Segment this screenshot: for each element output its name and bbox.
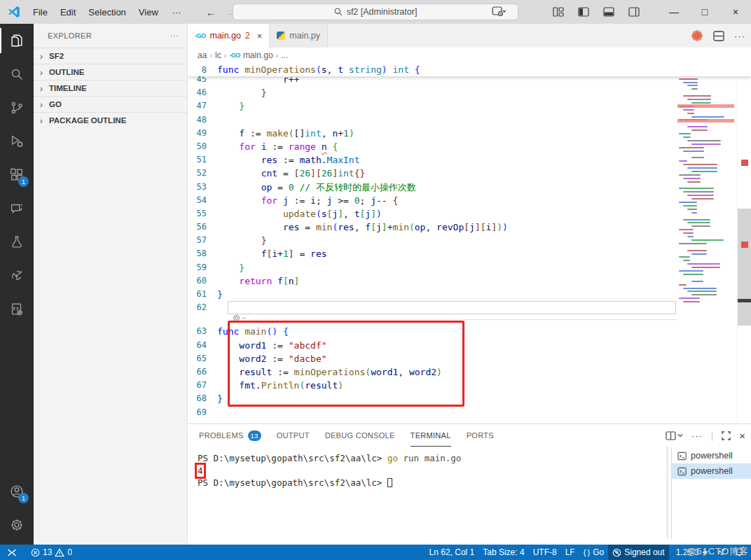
close-button[interactable]: × bbox=[720, 0, 751, 24]
eol-indicator[interactable]: LF bbox=[561, 545, 579, 560]
menu-item-view[interactable]: View bbox=[132, 5, 165, 20]
breadcrumb-item[interactable]: ... bbox=[281, 50, 288, 60]
tab-output[interactable]: OUTPUT bbox=[277, 424, 310, 447]
split-terminal-icon[interactable] bbox=[666, 431, 683, 440]
activity-source-control-icon[interactable] bbox=[0, 91, 34, 125]
bottom-panel: PROBLEMS 13 OUTPUT DEBUG CONSOLE TERMINA… bbox=[188, 424, 751, 545]
code-line-51[interactable]: 51 res := math.MaxInt bbox=[188, 153, 677, 167]
error-marker bbox=[741, 160, 748, 166]
activity-extensions-icon[interactable]: 1 bbox=[0, 158, 34, 192]
breadcrumb-item[interactable]: lc bbox=[215, 50, 221, 60]
line-number: 57 bbox=[188, 234, 217, 247]
sidebar-section-sf2[interactable]: ›SF2 bbox=[34, 48, 187, 64]
menu-item-edit[interactable]: Edit bbox=[54, 5, 82, 20]
code-line-61[interactable]: 61} bbox=[188, 288, 677, 301]
minimize-button[interactable]: — bbox=[659, 0, 689, 24]
sidebar-more-actions[interactable]: ··· bbox=[170, 31, 179, 40]
terminal-instance-powershell[interactable]: powershell bbox=[672, 463, 751, 479]
tab-terminal[interactable]: TERMINAL bbox=[411, 424, 451, 447]
sidebar-section-package-outline[interactable]: ›PACKAGE OUTLINE bbox=[34, 112, 187, 128]
code-line-47[interactable]: 47 } bbox=[188, 99, 677, 113]
terminal-output[interactable]: PS D:\mysetup\gopath\src\sf2\aa\lc> go r… bbox=[188, 447, 670, 545]
code-editor[interactable]: 8 func minOperations(s, t string) int { … bbox=[188, 63, 751, 424]
panel-more-actions[interactable]: ··· bbox=[691, 430, 703, 441]
starburst-icon[interactable] bbox=[691, 29, 703, 42]
tab-ports[interactable]: PORTS bbox=[467, 424, 494, 447]
tab-main-py[interactable]: main.py bbox=[270, 24, 328, 48]
code-line-52[interactable]: 52 cnt = [26][26]int{} bbox=[188, 167, 677, 180]
chevron-collapsed-icon: › bbox=[36, 83, 46, 94]
toggle-panel-icon[interactable] bbox=[598, 3, 619, 21]
code-line-56[interactable]: 56 res = min(res, f[j]+min(op, revOp[j][… bbox=[188, 220, 677, 234]
activity-explorer-icon[interactable] bbox=[0, 24, 34, 57]
tab-main-go[interactable]: -GO main.go 2 × bbox=[188, 24, 270, 48]
code-line-58[interactable]: 58 f[i+1] = res bbox=[188, 247, 677, 260]
menu-item-selection[interactable]: Selection bbox=[82, 5, 132, 20]
section-label: GO bbox=[49, 100, 62, 108]
tab-debug-console[interactable]: DEBUG CONSOLE bbox=[325, 424, 395, 447]
account-icon[interactable]: 1 bbox=[0, 475, 34, 508]
maximize-panel-icon[interactable] bbox=[722, 431, 731, 440]
sticky-scroll-line[interactable]: 8 func minOperations(s, t string) int { bbox=[188, 63, 751, 76]
terminal-instance-powershell[interactable]: powershell bbox=[672, 448, 751, 463]
toggle-secondary-sidebar-icon[interactable] bbox=[623, 3, 645, 21]
remote-indicator-icon[interactable] bbox=[0, 545, 24, 560]
customize-layout-icon[interactable] bbox=[548, 3, 569, 21]
activity-go-tools-icon[interactable] bbox=[0, 259, 34, 293]
code-line-62[interactable]: 62 bbox=[188, 301, 677, 314]
tab-close-icon[interactable]: × bbox=[257, 31, 263, 41]
sidebar-section-outline[interactable]: ›OUTLINE bbox=[34, 64, 187, 80]
code-line-54[interactable]: 54 for j := i; j >= 0; j-- { bbox=[188, 194, 677, 207]
editor-more-actions[interactable]: ··· bbox=[734, 31, 745, 41]
tab-size[interactable]: Tab Size: 4 bbox=[478, 545, 528, 560]
menu-item-file[interactable]: File bbox=[27, 5, 54, 20]
close-panel-icon[interactable]: × bbox=[739, 430, 745, 442]
line-number: 49 bbox=[188, 127, 217, 140]
copilot-menu-button[interactable] bbox=[492, 6, 506, 18]
code-line-55[interactable]: 55 update(s[j], t[j]) bbox=[188, 207, 677, 220]
code-line-60[interactable]: 60 return f[n] bbox=[188, 274, 677, 288]
status-bar: 13 0 Ln 62, Col 1 Tab Size: 4 UTF-8 LF {… bbox=[0, 545, 751, 560]
code-line-53[interactable]: 53 op = 0 // 不反转时的最小操作次数 bbox=[188, 181, 677, 194]
settings-gear-icon[interactable] bbox=[0, 508, 34, 542]
activity-search-icon[interactable] bbox=[0, 57, 34, 91]
overview-ruler[interactable] bbox=[737, 63, 751, 424]
line-number: 67 bbox=[188, 379, 217, 392]
code-line-48[interactable]: 48 bbox=[188, 113, 677, 127]
section-label: OUTLINE bbox=[49, 68, 84, 76]
minimap[interactable] bbox=[677, 64, 734, 308]
code-line-50[interactable]: 50 for i := range n { bbox=[188, 140, 677, 153]
tab-problems[interactable]: PROBLEMS 13 bbox=[199, 424, 261, 447]
account-badge: 1 bbox=[18, 493, 29, 503]
toggle-primary-sidebar-icon[interactable] bbox=[573, 3, 594, 21]
terminal-cursor[interactable] bbox=[387, 478, 392, 487]
breadcrumb-item[interactable]: main.go bbox=[243, 50, 273, 60]
encoding[interactable]: UTF-8 bbox=[529, 545, 561, 560]
line-number: 48 bbox=[188, 113, 217, 127]
maximize-button[interactable]: □ bbox=[689, 0, 720, 24]
activity-chat-icon[interactable] bbox=[0, 192, 34, 225]
code-line-69[interactable]: 69 bbox=[188, 406, 677, 419]
warning-count: 0 bbox=[67, 547, 72, 557]
breadcrumb[interactable]: aa › lc › -GO main.go › ... bbox=[188, 48, 751, 63]
language-mode[interactable]: { } Go bbox=[579, 545, 609, 560]
code-line-46[interactable]: 46 } bbox=[188, 86, 677, 99]
activity-code-runner-icon[interactable] bbox=[0, 293, 34, 326]
section-label: PACKAGE OUTLINE bbox=[49, 116, 126, 125]
sidebar-section-go[interactable]: ›GO bbox=[34, 96, 187, 112]
split-editor-icon[interactable] bbox=[713, 31, 724, 41]
back-arrow-icon[interactable]: ← bbox=[206, 6, 216, 18]
cursor-position[interactable]: Ln 62, Col 1 bbox=[425, 545, 479, 560]
command-center-search[interactable]: sf2 [Administrator] bbox=[233, 4, 518, 20]
code-line-59[interactable]: 59 } bbox=[188, 261, 677, 274]
account-status[interactable]: Signed out bbox=[608, 545, 668, 560]
sidebar-section-timeline[interactable]: ›TIMELINE bbox=[34, 80, 187, 96]
code-line-49[interactable]: 49 f := make([]int, n+1) bbox=[188, 127, 677, 140]
menu-overflow[interactable]: ··· bbox=[166, 5, 188, 20]
activity-testing-icon[interactable] bbox=[0, 225, 34, 259]
code-line-57[interactable]: 57 } bbox=[188, 234, 677, 247]
breadcrumb-item[interactable]: aa bbox=[198, 50, 207, 60]
activity-run-debug-icon[interactable] bbox=[0, 125, 34, 158]
scrollbar-thumb[interactable] bbox=[738, 209, 751, 326]
problems-status[interactable]: 13 0 bbox=[27, 545, 76, 560]
